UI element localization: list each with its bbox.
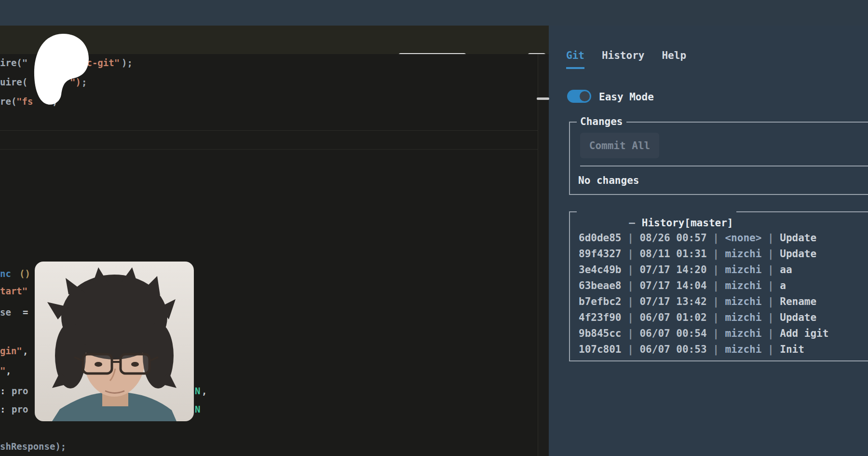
window-titlebar	[0, 0, 868, 26]
commit-row[interactable]: 9b845cc | 06/07 00:54 | mizchi | Add igi…	[579, 326, 828, 342]
history-legend-text: History[master]	[642, 217, 733, 229]
tab-help[interactable]: Help	[662, 50, 686, 67]
code-editor[interactable]: ire("ic-git");uire(");re("fs";nc()tart"s…	[0, 54, 549, 456]
commit-row[interactable]: 3e4c49b | 07/17 14:20 | mizchi | aa	[579, 262, 828, 278]
changes-divider	[580, 166, 868, 166]
easy-mode-toggle[interactable]	[567, 90, 591, 103]
commit-list: 6d0de85 | 08/26 00:57 | <none> | Update8…	[579, 230, 828, 358]
editor-scrollbar[interactable]	[538, 54, 549, 456]
tab-git[interactable]: Git	[566, 50, 584, 69]
commit-row[interactable]: 107c801 | 06/07 00:53 | mizchi | Init	[579, 342, 828, 358]
commit-row[interactable]: 4f23f90 | 06/07 01:02 | mizchi | Update	[579, 310, 828, 326]
changes-legend: Changes	[577, 116, 626, 127]
annotation-blob	[32, 33, 90, 106]
commit-row[interactable]: 63beae8 | 07/17 14:04 | mizchi | a	[579, 278, 828, 294]
changes-groupbox: Changes Commit All No changes	[569, 122, 868, 195]
no-changes-text: No changes	[578, 175, 639, 186]
tab-history[interactable]: History	[602, 50, 645, 67]
collapse-toggle-icon[interactable]: —	[629, 217, 635, 229]
code-line: shResponse);	[0, 440, 538, 453]
easy-mode-label: Easy Mode	[599, 91, 654, 103]
history-groupbox: —History[master] 6d0de85 | 08/26 00:57 |…	[569, 211, 868, 361]
webcam-avatar	[35, 262, 194, 421]
commit-row[interactable]: 89f4327 | 08/11 01:31 | mizchi | Update	[579, 246, 828, 262]
commit-all-button[interactable]: Commit All	[580, 133, 659, 158]
commit-row[interactable]: b7efbc2 | 07/17 13:42 | mizchi | Rename	[579, 294, 828, 310]
app-window: autosave monaco x ire("ic-git");uire(");…	[0, 0, 868, 456]
git-panel: GitHistoryHelp Easy Mode Changes Commit …	[549, 26, 868, 456]
commit-row[interactable]: 6d0de85 | 08/26 00:57 | <none> | Update	[579, 230, 828, 246]
toggle-knob	[580, 91, 590, 101]
splitter-handle-icon[interactable]	[537, 97, 549, 100]
avatar-portrait-image	[35, 262, 194, 421]
panel-tabs: GitHistoryHelp	[566, 50, 704, 72]
